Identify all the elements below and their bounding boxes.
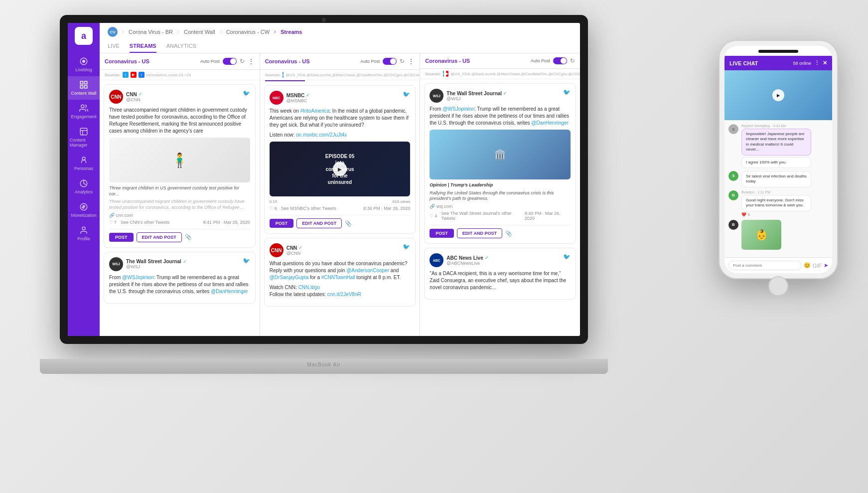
personas-icon xyxy=(79,156,88,164)
post-button-1-1[interactable]: POST xyxy=(109,233,134,242)
sidebar-item-personas[interactable]: Personas xyxy=(68,152,100,175)
timestamp-3-1: 8:40 PM · Mar 26, 2020 xyxy=(525,211,571,221)
iphone-home-button[interactable] xyxy=(768,276,788,296)
sidebar-label-personas: Personas xyxy=(74,166,93,171)
see-others-2-1: See MSNBC's other Tweets xyxy=(281,206,336,211)
attachment-icon-2-1: 📎 xyxy=(345,220,352,227)
wsj-opinion-link[interactable]: @WSJopinion xyxy=(122,275,154,280)
play-button-2-1[interactable]: ▶ xyxy=(333,162,347,176)
macbook: a Liveblog xyxy=(60,15,608,374)
macbook-screen: a Liveblog xyxy=(68,23,580,336)
chat-reaction-count: ❤️ 3 xyxy=(741,212,750,217)
video-duration: 0:15 xyxy=(270,199,278,204)
auto-post-toggle-3[interactable] xyxy=(553,57,567,64)
live-chat-online: 58 online xyxy=(793,61,811,66)
tab-analytics[interactable]: ANALYTICS xyxy=(166,40,196,53)
emoji-icon[interactable]: 😊 xyxy=(804,262,811,269)
chat-dots-menu[interactable]: ⋮ xyxy=(814,60,820,66)
sidebar-item-monetization[interactable]: Monetization xyxy=(68,198,100,222)
post-button-3-1[interactable]: POST xyxy=(430,229,454,238)
user-handle-1-1: @CNN xyxy=(126,97,143,102)
iphone-play-button[interactable]: ▶ xyxy=(772,89,784,101)
refresh-icon-2[interactable]: ↻ xyxy=(400,58,405,65)
tab-live[interactable]: LIVE xyxy=(108,40,120,53)
cnn-town-hall-link[interactable]: #CNNTownHall xyxy=(321,275,355,280)
chat-input[interactable] xyxy=(728,261,802,270)
like-action-1-1[interactable]: ♡ 7 xyxy=(109,220,117,225)
auto-post-toggle-1[interactable] xyxy=(223,58,237,65)
user-info-3-2: ABC News Live ✓ @ABCNewsLive xyxy=(446,255,488,266)
gif-icon[interactable]: GIF xyxy=(813,263,822,269)
send-icon[interactable]: ➤ xyxy=(824,262,828,269)
refresh-icon-3[interactable]: ↻ xyxy=(570,57,575,64)
stream-header-1: Coronavirus - US Auto Post ↻ ⋮ xyxy=(100,53,260,70)
user-name-1-1: CNN xyxy=(126,92,137,97)
stream-feed-1: CNN CNN ✓ @CNN xyxy=(100,80,260,336)
sources-label-2: Sources: xyxy=(265,73,281,77)
chat-content-3: Butadon · 1:11 PM Good night everyone. D… xyxy=(741,190,811,217)
breadcrumb-content-wall[interactable]: Content Wall xyxy=(184,29,215,35)
see-others-3-1: See The Wall Street Journal's other Twee… xyxy=(441,211,525,221)
breadcrumb-sep-2 xyxy=(176,29,181,34)
stream-sources-3: Sources: t ▶ @US_FDA,@DanLourink,@MacCha… xyxy=(420,69,580,79)
sidebar: a Liveblog xyxy=(68,23,100,336)
sanjay-link[interactable]: @DrSanjayGupta xyxy=(270,275,309,280)
svg-point-0 xyxy=(83,60,85,63)
breadcrumb-corona-br[interactable]: Corona Virus - BR xyxy=(129,29,173,35)
sidebar-item-analytics[interactable]: Analytics xyxy=(68,175,100,198)
stream-feed-3: WSJ The Wall Street Journal ✓ xyxy=(420,79,580,336)
dan-henninger-link-3[interactable]: @DanHenninger xyxy=(531,120,569,126)
stream-title-2: Coronavirus - US xyxy=(265,58,310,64)
sidebar-label-monetization: Monetization xyxy=(71,213,96,218)
sidebar-item-profile[interactable]: Profile xyxy=(68,222,100,245)
main-content: CV Corona Virus - BR Content Wall Corona… xyxy=(100,23,580,336)
link-icon-1-1: 🔗 xyxy=(109,213,115,218)
chat-close-icon[interactable]: ✕ xyxy=(823,60,827,66)
sidebar-label-profile: Profile xyxy=(77,236,90,241)
sidebar-item-engagement[interactable]: Engagement xyxy=(68,100,100,123)
verified-badge-1-2: ✓ xyxy=(183,259,187,264)
user-info-1-2: The Wall Street Journal ✓ @WSJ xyxy=(126,259,187,269)
tweet-card-actions-1-1: POST EDIT AND POST 📎 xyxy=(109,229,250,242)
tweet-card-actions-3-1: POST EDIT AND POST 📎 xyxy=(430,225,571,238)
tweet-user-2-2: CNN CNN ✓ @CNN xyxy=(270,243,303,257)
verified-badge-3-1: ✓ xyxy=(503,91,507,96)
intoamerica-link[interactable]: #IntoAmerica xyxy=(300,108,329,114)
edit-post-button-3-1[interactable]: EDIT AND POST xyxy=(457,228,502,238)
post-button-2-1[interactable]: POST xyxy=(270,219,294,228)
svg-rect-6 xyxy=(80,128,87,135)
tab-streams[interactable]: STREAMS xyxy=(130,40,156,53)
dots-menu-1[interactable]: ⋮ xyxy=(248,57,255,65)
sidebar-label-content-wall: Content Wall xyxy=(71,91,96,96)
watch-link[interactable]: CNN.it/go xyxy=(298,285,320,290)
sidebar-item-content-manager[interactable]: Content Manager xyxy=(68,123,100,152)
edit-post-button-1-1[interactable]: EDIT AND POST xyxy=(137,232,182,242)
breadcrumb-corona-cw[interactable]: Coronavirus - CW xyxy=(226,29,270,35)
refresh-icon-1[interactable]: ↻ xyxy=(240,58,245,65)
edit-post-button-2-1[interactable]: EDIT AND POST xyxy=(296,218,342,228)
engagement-icon xyxy=(79,104,88,113)
auto-post-toggle-2[interactable] xyxy=(383,58,397,65)
like-action-2-1[interactable]: ♡ 6 xyxy=(270,206,277,211)
wsj-opinion-link-3[interactable]: @WSJopinion xyxy=(442,106,474,112)
auto-post-label-2: Auto Post xyxy=(360,59,380,64)
anderson-cooper-link[interactable]: @AndersonCooper xyxy=(346,268,389,273)
svg-rect-1 xyxy=(80,81,83,84)
sidebar-item-content-wall[interactable]: Content Wall xyxy=(68,76,100,100)
like-action-3-1[interactable]: ♡ 4 xyxy=(430,213,437,218)
stream-controls-3: Auto Post ↻ xyxy=(531,57,575,64)
chat-image-4: 👶 xyxy=(741,220,781,250)
sidebar-item-liveblog[interactable]: Liveblog xyxy=(68,53,100,76)
see-others-1-1: See CNN's other Tweets xyxy=(121,220,169,225)
macbook-notch xyxy=(322,18,326,22)
scene: a Liveblog xyxy=(0,0,868,493)
dan-henninger-link[interactable]: @DanHenninger xyxy=(211,289,248,294)
listen-link[interactable]: on.msnbc.com/2JuJt4x xyxy=(296,132,347,138)
user-info-2-2: CNN ✓ @CNN xyxy=(287,245,303,256)
tweet-text-1-1: Three unaccompanied migrant children in … xyxy=(109,107,250,135)
follow-link[interactable]: cnn.it/2JeV8nR xyxy=(327,292,361,297)
dots-menu-2[interactable]: ⋮ xyxy=(408,57,415,65)
source-icon-twitter-1: t xyxy=(123,72,129,78)
breadcrumb-streams[interactable]: Streams xyxy=(281,29,302,35)
auto-post-label-1: Auto Post xyxy=(200,59,220,64)
